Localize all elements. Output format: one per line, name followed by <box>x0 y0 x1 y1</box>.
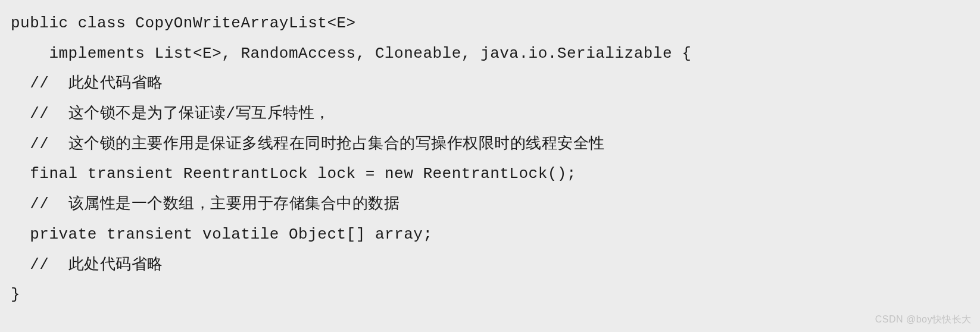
code-line: // 该属性是一个数组，主要用于存储集合中的数据 <box>11 189 969 220</box>
code-line: implements List<E>, RandomAccess, Clonea… <box>11 39 969 69</box>
code-line: // 这个锁的主要作用是保证多线程在同时抢占集合的写操作权限时的线程安全性 <box>11 129 969 159</box>
code-line: // 此处代码省略 <box>11 250 969 280</box>
code-line: private transient volatile Object[] arra… <box>11 220 969 250</box>
code-line: public class CopyOnWriteArrayList<E> <box>11 8 969 39</box>
code-line: final transient ReentrantLock lock = new… <box>11 159 969 189</box>
watermark: CSDN @boy快快长大 <box>875 310 972 328</box>
code-line: // 此处代码省略 <box>11 68 969 99</box>
code-line: // 这个锁不是为了保证读/写互斥特性， <box>11 99 969 129</box>
code-block: public class CopyOnWriteArrayList<E> imp… <box>11 8 969 310</box>
code-line: } <box>11 280 969 310</box>
